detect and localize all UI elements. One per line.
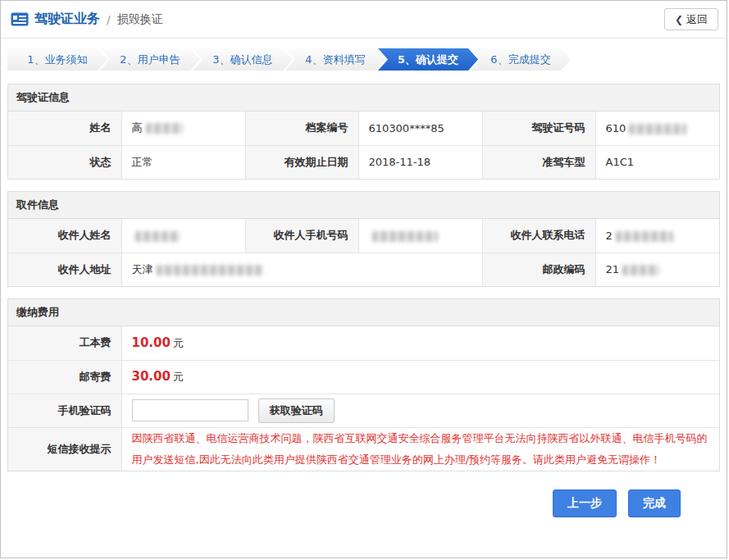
sms-code-input[interactable] — [132, 399, 248, 421]
table-row: 短信接收提示 因陕西省联通、电信运营商技术问题，陕西省互联网交通安全综合服务管理… — [8, 427, 719, 471]
production-fee-value: 10.00元 — [121, 326, 719, 360]
step-1-business-notice: 1、业务须知 — [7, 48, 107, 71]
expiry-date-label: 有效期止日期 — [245, 145, 358, 179]
license-card-icon — [11, 12, 29, 26]
fees-table: 工本费 10.00元 邮寄费 30.00元 手机验证码 获取验证码 短信接收提 — [8, 326, 719, 471]
footer-actions: 上一步 完成 — [1, 483, 727, 517]
step-label: 1、业务须知 — [27, 52, 87, 67]
table-row: 邮寄费 30.00元 — [8, 360, 719, 394]
redacted-blur — [629, 124, 686, 134]
table-row: 姓名 高 档案编号 610300****85 驾驶证号码 610 — [8, 112, 719, 145]
vehicle-class-value: A1C1 — [595, 145, 719, 179]
title-area: 驾驶证业务 / 损毁换证 — [11, 11, 163, 28]
step-4-fill-data: 4、资料填写 — [285, 48, 385, 71]
recipient-phone-value: 2 — [595, 219, 719, 253]
step-5-confirm-submit: 5、确认提交 — [378, 48, 478, 71]
mailing-fee-label: 邮寄费 — [8, 360, 121, 394]
step-label: 6、完成提交 — [490, 52, 550, 67]
file-number-label: 档案编号 — [245, 112, 358, 145]
table-row: 工本费 10.00元 — [8, 326, 719, 360]
step-wizard: 1、业务须知 2、用户申告 3、确认信息 4、资料填写 5、确认提交 6、完成提… — [7, 48, 720, 71]
production-fee-amount: 10.00 — [132, 335, 171, 350]
name-value: 高 — [121, 112, 245, 145]
mailing-fee-value: 30.00元 — [121, 360, 719, 394]
status-label: 状态 — [8, 145, 121, 179]
license-info-table: 姓名 高 档案编号 610300****85 驾驶证号码 610 状态 正常 有… — [8, 112, 719, 179]
section-pickup-title: 取件信息 — [8, 192, 719, 219]
page-subtitle: 损毁换证 — [117, 12, 163, 27]
sms-notice-cell: 因陕西省联通、电信运营商技术问题，陕西省互联网交通安全综合服务管理平台无法向持陕… — [121, 427, 719, 471]
page: 驾驶证业务 / 损毁换证 ❮ 返回 1、业务须知 2、用户申告 3、确认信息 4… — [0, 0, 727, 558]
recipient-phone-label: 收件人联系电话 — [482, 219, 595, 253]
redacted-blur — [135, 231, 180, 242]
redacted-blur — [146, 123, 183, 134]
section-fees-title: 缴纳费用 — [8, 299, 719, 326]
vehicle-class-label: 准驾车型 — [482, 145, 595, 179]
back-chevron-icon: ❮ — [675, 14, 683, 25]
step-label: 2、用户申告 — [120, 52, 180, 67]
name-label: 姓名 — [8, 112, 121, 145]
table-row: 收件人地址 天津 邮政编码 21 — [8, 253, 719, 286]
recipient-address-value: 天津 — [121, 253, 482, 286]
production-fee-unit: 元 — [173, 337, 184, 349]
recipient-name-value — [121, 219, 245, 253]
license-number-label: 驾驶证号码 — [482, 112, 595, 145]
step-3-confirm-info: 3、确认信息 — [193, 48, 293, 71]
section-fees: 缴纳费用 工本费 10.00元 邮寄费 30.00元 手机验证码 获取验证码 — [7, 298, 720, 471]
sms-code-cell: 获取验证码 — [121, 394, 719, 427]
mailing-fee-amount: 30.00 — [132, 369, 171, 384]
get-sms-code-button[interactable]: 获取验证码 — [258, 398, 335, 423]
table-row: 收件人姓名 收件人手机号码 收件人联系电话 2 — [8, 219, 719, 253]
redacted-blur — [157, 265, 263, 275]
section-license-title: 驾驶证信息 — [8, 84, 719, 112]
status-value: 正常 — [121, 145, 245, 179]
license-number-value: 610 — [595, 112, 719, 145]
step-label: 3、确认信息 — [212, 52, 272, 67]
step-label: 5、确认提交 — [398, 52, 458, 67]
redacted-blur — [622, 265, 659, 275]
section-pickup-info: 取件信息 收件人姓名 收件人手机号码 收件人联系电话 2 收件人地址 天津 邮政… — [7, 191, 720, 287]
expiry-date-value: 2018-11-18 — [358, 145, 482, 179]
sms-notice-label: 短信接收提示 — [8, 427, 121, 471]
sms-notice-text: 因陕西省联通、电信运营商技术问题，陕西省互联网交通安全综合服务管理平台无法向持陕… — [132, 432, 708, 466]
topbar: 驾驶证业务 / 损毁换证 ❮ 返回 — [1, 1, 727, 39]
finish-button[interactable]: 完成 — [628, 489, 681, 517]
redacted-blur — [616, 231, 673, 242]
postal-code-label: 邮政编码 — [482, 253, 595, 286]
recipient-address-label: 收件人地址 — [8, 253, 121, 286]
back-button-label: 返回 — [686, 12, 708, 27]
page-title: 驾驶证业务 — [34, 11, 100, 28]
section-license-info: 驾驶证信息 姓名 高 档案编号 610300****85 驾驶证号码 610 状… — [7, 84, 720, 180]
sms-code-label: 手机验证码 — [8, 394, 121, 427]
step-2-user-declaration: 2、用户申告 — [100, 48, 200, 71]
table-row: 手机验证码 获取验证码 — [8, 394, 719, 427]
redacted-blur — [372, 231, 438, 242]
file-number-value: 610300****85 — [358, 112, 482, 145]
step-6-complete-submit: 6、完成提交 — [471, 48, 571, 71]
recipient-name-label: 收件人姓名 — [8, 219, 121, 253]
recipient-mobile-label: 收件人手机号码 — [245, 219, 358, 253]
back-button[interactable]: ❮ 返回 — [664, 8, 718, 30]
postal-code-value: 21 — [595, 253, 719, 286]
previous-step-button[interactable]: 上一步 — [553, 489, 617, 517]
recipient-mobile-value — [358, 219, 482, 253]
mailing-fee-unit: 元 — [173, 371, 184, 383]
table-row: 状态 正常 有效期止日期 2018-11-18 准驾车型 A1C1 — [8, 145, 719, 179]
title-separator: / — [107, 13, 111, 26]
production-fee-label: 工本费 — [8, 326, 121, 360]
step-label: 4、资料填写 — [305, 52, 365, 67]
pickup-info-table: 收件人姓名 收件人手机号码 收件人联系电话 2 收件人地址 天津 邮政编码 21 — [8, 219, 719, 286]
